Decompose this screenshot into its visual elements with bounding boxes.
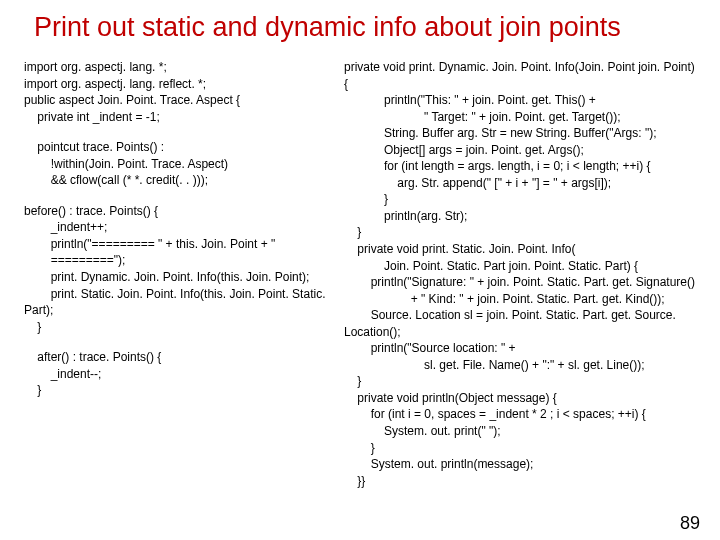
content-columns: import org. aspectj. lang. *; import org… xyxy=(24,59,700,489)
code-imports: import org. aspectj. lang. *; import org… xyxy=(24,59,334,125)
code-pointcut: pointcut trace. Points() : !within(Join.… xyxy=(24,139,334,189)
code-private-methods: private void print. Dynamic. Join. Point… xyxy=(344,59,700,489)
slide-title: Print out static and dynamic info about … xyxy=(34,12,700,43)
code-before: before() : trace. Points() { _indent++; … xyxy=(24,203,334,335)
left-column: import org. aspectj. lang. *; import org… xyxy=(24,59,340,489)
page-number: 89 xyxy=(680,513,700,534)
right-column: private void print. Dynamic. Join. Point… xyxy=(344,59,700,489)
code-after: after() : trace. Points() { _indent--; } xyxy=(24,349,334,399)
slide: Print out static and dynamic info about … xyxy=(0,0,720,540)
